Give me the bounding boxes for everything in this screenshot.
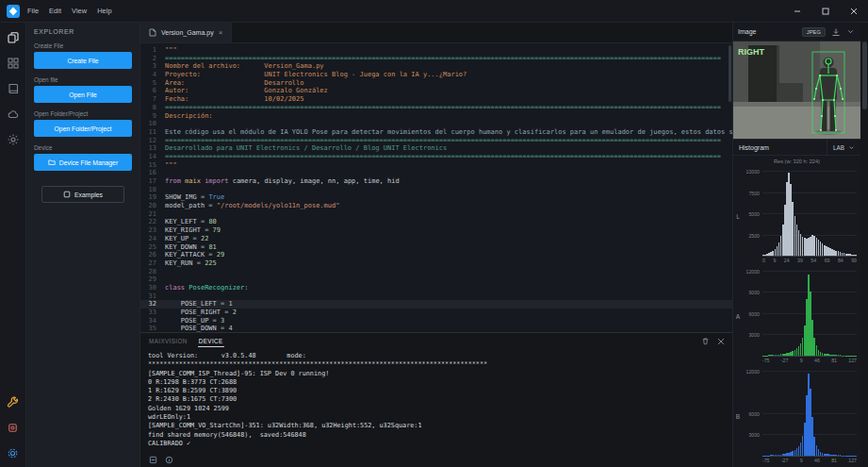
code-line-17[interactable]: 17from maix import camera, display, imag… (140, 177, 732, 186)
code-line-10[interactable]: 10 (140, 120, 732, 128)
code-text: POSE_RIGHT = 2 (165, 309, 237, 317)
histogram-channel-label: L (734, 168, 742, 265)
code-line-21[interactable]: 21 (140, 210, 732, 219)
console-output[interactable]: tool Version: v3.0.5.48 mode:***********… (140, 349, 732, 453)
collapse-chevron-icon[interactable] (846, 27, 856, 37)
docs-book-icon[interactable] (7, 82, 20, 95)
open-folder-button[interactable]: Open Folder/Project (34, 120, 132, 137)
histogram-ytick-label: 10000 (742, 169, 760, 175)
code-line-18[interactable]: 18 (140, 186, 732, 194)
console-clear-icon[interactable] (149, 456, 157, 464)
code-line-7[interactable]: 7Fecha: 10/02/2025 (140, 95, 732, 104)
histogram-ytick-label: 3000 (742, 432, 760, 438)
code-line-16[interactable]: 16 (140, 169, 732, 177)
code-line-14[interactable]: 14======================================… (140, 153, 732, 161)
histogram-xticks: -75-2794681127 (762, 457, 858, 465)
tools-wrench-icon[interactable] (7, 396, 20, 409)
cloud-icon[interactable] (7, 108, 20, 121)
title-bar: FileEditViewHelp (0, 0, 868, 23)
code-line-4[interactable]: 4Proyecto: UNIT Electronics Blog - Juega… (140, 71, 732, 79)
code-line-22[interactable]: 22KEY_LEFT = 80 (140, 218, 732, 226)
code-line-33[interactable]: 33 POSE_RIGHT = 2 (140, 309, 732, 317)
save-image-icon[interactable] (831, 27, 841, 37)
device-board-icon[interactable] (7, 422, 20, 435)
code-line-23[interactable]: 23KEY_RIGHT = 79 (140, 226, 732, 235)
console-line: Golden 1629 1024 2599 (148, 405, 725, 413)
console-tab-device[interactable]: DEVICE (198, 336, 224, 347)
console-line: CALIBRADO ✓ (148, 440, 725, 448)
menu-help[interactable]: Help (97, 7, 111, 15)
scrollbar-thumb[interactable] (862, 42, 867, 109)
open-file-button[interactable]: Open File (34, 86, 132, 103)
minimize-button[interactable] (783, 0, 811, 22)
code-line-32[interactable]: 32 POSE_LEFT = 1 (140, 300, 732, 309)
code-line-31[interactable]: 31 (140, 292, 732, 301)
code-line-30[interactable]: 30class PoseRecognizer: (140, 284, 732, 292)
app-logo-icon (7, 5, 20, 18)
code-line-15[interactable]: 15""" (140, 161, 732, 170)
code-line-34[interactable]: 34 POSE_UP = 3 (140, 317, 732, 325)
line-number: 27 (140, 259, 165, 268)
examples-button[interactable]: Examples (41, 186, 124, 203)
code-line-27[interactable]: 27KEY_RUN = 225 (140, 259, 732, 268)
close-button[interactable] (840, 0, 868, 22)
tab-version-gama[interactable]: Version_Gama.py × (140, 23, 232, 42)
menu-edit[interactable]: Edit (49, 7, 61, 15)
code-line-11[interactable]: 11Este código usa el módulo de IA YOLO P… (140, 128, 732, 137)
menu-view[interactable]: View (72, 7, 87, 15)
line-number: 5 (140, 79, 165, 88)
code-line-8[interactable]: 8=======================================… (140, 104, 732, 112)
panel-scrollbar[interactable] (860, 23, 868, 467)
histogram-title: Histogram (733, 144, 769, 151)
console-trash-icon[interactable] (701, 337, 710, 345)
console-tab-maixvision[interactable]: MAIXVISION (148, 336, 188, 346)
console-close-icon[interactable] (717, 338, 725, 345)
code-text: Desarrollado para UNIT Electronics / Des… (165, 144, 447, 153)
app-window: FileEditViewHelp (0, 0, 868, 467)
settings-gear-icon[interactable] (7, 133, 20, 146)
code-line-13[interactable]: 13Desarrollado para UNIT Electronics / D… (140, 144, 732, 153)
code-text: Proyecto: UNIT Electronics Blog - Juega … (165, 71, 467, 79)
code-line-6[interactable]: 6Autor: Gonzalo González (140, 87, 732, 95)
code-line-35[interactable]: 35 POSE_DOWN = 4 (140, 325, 732, 332)
code-text: POSE_DOWN = 4 (165, 325, 233, 332)
editor-scrollbar[interactable] (729, 45, 731, 102)
create-file-button[interactable]: Create File (34, 52, 132, 69)
code-line-20[interactable]: 20model_path = "/root/models/yolo11n_pos… (140, 202, 732, 210)
code-text: Descripción: (165, 112, 213, 121)
line-number: 33 (140, 309, 165, 317)
code-line-5[interactable]: 5Área: Desarrollo (140, 79, 732, 88)
folder-icon (48, 158, 56, 166)
preferences-gear-icon[interactable] (7, 447, 20, 460)
code-line-1[interactable]: 1""" (140, 46, 732, 55)
menu-file[interactable]: File (27, 7, 39, 15)
code-line-3[interactable]: 3Nombre del archivo: Version_Gama.py (140, 62, 732, 71)
line-number: 9 (140, 112, 165, 121)
code-line-19[interactable]: 19SHOW_IMG = True (140, 193, 732, 202)
code-editor[interactable]: 1"""2===================================… (140, 43, 732, 332)
code-line-29[interactable]: 29 (140, 275, 732, 284)
console-info-icon[interactable] (165, 456, 173, 464)
code-text: ========================================… (165, 104, 721, 112)
code-line-9[interactable]: 9Descripción: (140, 112, 732, 121)
console-line: 1 R:1629 B:2599 CT:3890 (148, 387, 725, 395)
tab-close-icon[interactable]: × (219, 28, 223, 37)
histogram-bar (855, 255, 857, 256)
code-line-25[interactable]: 25KEY_DOWN = 81 (140, 243, 732, 252)
image-format-select[interactable]: JPEG (802, 27, 826, 37)
tab-bar: Version_Gama.py × (140, 23, 732, 43)
code-line-2[interactable]: 2=======================================… (140, 55, 732, 63)
histogram-xtick-label: -75 (762, 458, 770, 465)
code-line-28[interactable]: 28 (140, 268, 732, 276)
code-line-24[interactable]: 24KEY_UP = 22 (140, 235, 732, 243)
device-file-manager-button[interactable]: Device File Manager (34, 154, 132, 171)
maximize-button[interactable] (811, 0, 840, 22)
code-text: """ (165, 46, 177, 55)
code-line-12[interactable]: 12======================================… (140, 137, 732, 145)
histogram-ytick-label: 9000 (742, 290, 760, 295)
apps-grid-icon[interactable] (7, 57, 20, 70)
histogram-mode-select[interactable]: LAB (827, 140, 860, 155)
explorer-files-icon[interactable] (7, 31, 20, 44)
window-controls (783, 0, 868, 22)
code-line-26[interactable]: 26KEY_ATTACK = 29 (140, 251, 732, 259)
